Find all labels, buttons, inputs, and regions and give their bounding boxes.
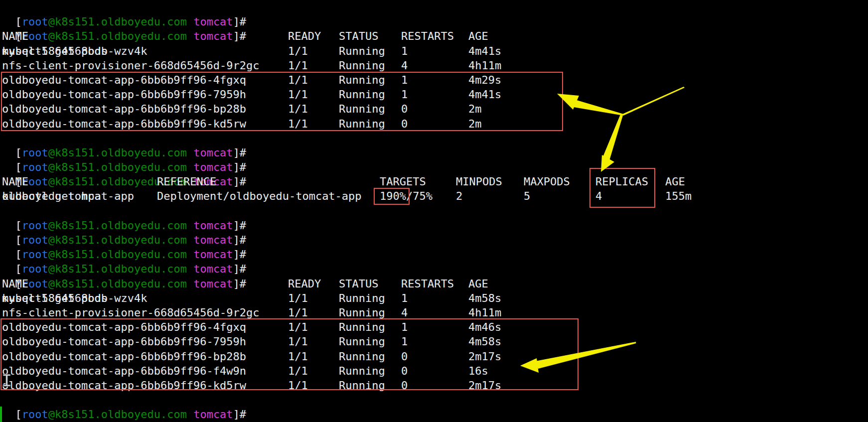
table-cell: Running (339, 102, 385, 116)
table-row: oldboyedu-tomcat-app-6bb6b9ff96-7959h1/1… (2, 334, 868, 349)
table-cell: nfs-client-provisioner-668d65456d-9r2gc (2, 305, 260, 320)
table-cell: 4m58s (468, 334, 501, 349)
table-header: NAMEREFERENCETARGETSMINPODSMAXPODSREPLIC… (2, 174, 868, 189)
table-cell: 4m41s (468, 44, 501, 58)
table-cell: 2m (468, 117, 482, 131)
table-cell: 2 (456, 189, 462, 203)
table-cell: 1/1 (288, 364, 308, 378)
table-cell: 1 (401, 320, 408, 334)
column-header: REPLICAS (595, 174, 648, 189)
table-cell: 4h11m (468, 58, 501, 73)
table-header: NAMEREADYSTATUSRESTARTSAGE (2, 277, 868, 291)
table-cell: 4m41s (468, 87, 501, 102)
table-cell: Running (339, 73, 385, 87)
table-cell: 4m29s (468, 73, 501, 87)
column-header: READY (288, 29, 321, 43)
column-header: STATUS (339, 29, 378, 43)
table-cell: oldboyedu-tomcat-app-6bb6b9ff96-bp28b (2, 349, 246, 364)
table-cell: 1/1 (288, 291, 308, 305)
table-cell: 1/1 (288, 58, 308, 73)
column-header: MINPODS (456, 174, 502, 189)
table-cell: 1 (401, 334, 408, 349)
table-header: NAMEREADYSTATUSRESTARTSAGE (2, 29, 868, 43)
table-row: oldboyedu-tomcat-app-6bb6b9ff96-f4w9n1/1… (2, 364, 868, 378)
prompt-line: [root@k8s151.oldboyedu.com tomcat]# (2, 204, 868, 218)
column-header: RESTARTS (401, 29, 454, 43)
column-header: TARGETS (380, 174, 426, 189)
table-cell: oldboyedu-tomcat-app (2, 189, 134, 203)
table-cell: 4m58s (468, 291, 501, 305)
column-header: READY (288, 277, 321, 291)
table-row: oldboyedu-tomcat-app-6bb6b9ff96-kd5rw1/1… (2, 378, 868, 393)
command-line: [root@k8s151.oldboyedu.com tomcat]# kube… (2, 160, 868, 174)
prompt-line: [root@k8s151.oldboyedu.com tomcat]# (2, 145, 868, 160)
table-row: mysql-5864568bdb-wzv4k1/1Running14m41s (2, 44, 868, 58)
table-row: mysql-5864568bdb-wzv4k1/1Running14m58s (2, 291, 868, 305)
prompt-line: [root@k8s151.oldboyedu.com tomcat]# (2, 218, 868, 233)
table-cell: 1 (401, 87, 408, 102)
table-cell: 1/1 (288, 320, 308, 334)
table-cell: mysql-5864568bdb-wzv4k (2, 44, 147, 58)
table-row: nfs-client-provisioner-668d65456d-9r2gc1… (2, 305, 868, 320)
prompt-line: [root@k8s151.oldboyedu.com tomcat]# (2, 393, 868, 407)
table-cell: 4h11m (468, 305, 501, 320)
table-cell: oldboyedu-tomcat-app-6bb6b9ff96-4fgxq (2, 320, 246, 334)
table-cell: 1/1 (288, 87, 308, 102)
table-cell: Running (339, 349, 385, 364)
terminal-window[interactable]: [root@k8s151.oldboyedu.com tomcat]# [roo… (0, 0, 868, 422)
column-header: AGE (468, 277, 488, 291)
table-cell: oldboyedu-tomcat-app-6bb6b9ff96-f4w9n (2, 364, 246, 378)
command-line: [root@k8s151.oldboyedu.com tomcat]# kube… (2, 262, 868, 276)
column-header: REFERENCE (157, 174, 216, 189)
table-cell: oldboyedu-tomcat-app-6bb6b9ff96-4fgxq (2, 73, 246, 87)
prompt-line: [root@k8s151.oldboyedu.com tomcat]# (2, 233, 868, 247)
table-cell: 1/1 (288, 44, 308, 58)
table-cell: 2m17s (468, 378, 501, 393)
table-cell: Running (339, 117, 385, 131)
table-cell: 1/1 (288, 378, 308, 393)
terminal-output: [root@k8s151.oldboyedu.com tomcat]# [roo… (2, 0, 868, 422)
table-cell: Running (339, 364, 385, 378)
table-row: oldboyedu-tomcat-appDeployment/oldboyedu… (2, 189, 868, 203)
table-cell: 16s (468, 364, 488, 378)
table-cell: 1/1 (288, 349, 308, 364)
table-cell: Running (339, 378, 385, 393)
column-header: AGE (468, 29, 488, 43)
table-row: oldboyedu-tomcat-app-6bb6b9ff96-kd5rw1/1… (2, 117, 868, 131)
table-cell: 1/1 (288, 334, 308, 349)
table-cell: 155m (665, 189, 692, 203)
table-cell: 4 (401, 305, 408, 320)
column-header: STATUS (339, 277, 378, 291)
column-header: NAME (2, 174, 28, 189)
table-cell: Running (339, 291, 385, 305)
table-cell: 1 (401, 291, 408, 305)
table-cell: Running (339, 320, 385, 334)
column-header: NAME (2, 277, 28, 291)
table-cell: Running (339, 44, 385, 58)
table-cell: mysql-5864568bdb-wzv4k (2, 291, 147, 305)
table-cell: 1 (401, 73, 408, 87)
prompt-line: [root@k8s151.oldboyedu.com tomcat]# (2, 247, 868, 262)
table-cell: Running (339, 334, 385, 349)
table-cell: oldboyedu-tomcat-app-6bb6b9ff96-kd5rw (2, 378, 246, 393)
table-cell: 1 (401, 44, 408, 58)
table-cell: 2m (468, 102, 482, 116)
table-cell: oldboyedu-tomcat-app-6bb6b9ff96-7959h (2, 87, 246, 102)
column-header: AGE (665, 174, 685, 189)
table-cell: 4m46s (468, 320, 501, 334)
table-cell: 0 (401, 364, 408, 378)
column-header: MAXPODS (524, 174, 570, 189)
table-cell: Running (339, 87, 385, 102)
table-row: oldboyedu-tomcat-app-6bb6b9ff96-bp28b1/1… (2, 102, 868, 116)
table-cell: Running (339, 58, 385, 73)
table-cell: 190%/75% (380, 189, 433, 203)
prompt-line: [root@k8s151.oldboyedu.com tomcat]# (2, 0, 868, 14)
column-header: RESTARTS (401, 277, 454, 291)
table-cell: 1/1 (288, 305, 308, 320)
prompt-line: [root@k8s151.oldboyedu.com tomcat]# (2, 407, 868, 422)
column-header: NAME (2, 29, 28, 43)
table-cell: 0 (401, 349, 408, 364)
table-cell: 1/1 (288, 73, 308, 87)
prompt-line: [root@k8s151.oldboyedu.com tomcat]# (2, 131, 868, 145)
table-cell: 4 (401, 58, 408, 73)
